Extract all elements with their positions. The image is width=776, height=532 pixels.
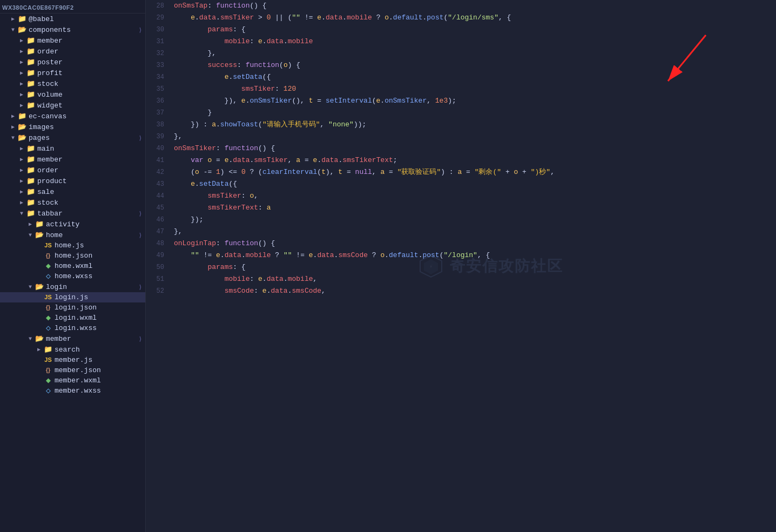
tree-arrow: ▼ bbox=[9, 27, 17, 33]
code-line: mobile: e.data.mobile, bbox=[174, 273, 776, 285]
sidebar-item-home-wxml[interactable]: ◆ home.wxml bbox=[0, 261, 145, 271]
sidebar-item-member-js[interactable]: JS member.js bbox=[0, 355, 145, 365]
file-label: member.js bbox=[55, 356, 92, 364]
sidebar-item-widget[interactable]: ▶ 📁 widget bbox=[0, 100, 145, 111]
sidebar-item-home-wxss[interactable]: ◇ home.wxss bbox=[0, 271, 145, 281]
file-icon: 📁 bbox=[26, 177, 36, 185]
tree-arrow: ▶ bbox=[9, 124, 17, 130]
file-label: order bbox=[37, 48, 58, 56]
file-label: volume bbox=[37, 91, 63, 99]
code-line: params: { bbox=[174, 24, 776, 36]
sidebar-item-product[interactable]: ▶ 📁 product bbox=[0, 176, 145, 186]
tree-arrow: ▼ bbox=[26, 284, 35, 290]
tree-arrow: ▶ bbox=[9, 113, 17, 119]
file-label: search bbox=[55, 346, 80, 354]
sidebar-item-poster[interactable]: ▶ 📁 poster bbox=[0, 57, 145, 68]
file-icon: 📁 bbox=[26, 47, 36, 56]
sidebar-item-login[interactable]: ▼ 📂 login ⟩ bbox=[0, 281, 145, 292]
sidebar-item-main[interactable]: ▶ 📁 main bbox=[0, 143, 145, 154]
sidebar-item-tabbar[interactable]: ▼ 📁 tabbar ⟩ bbox=[0, 208, 145, 219]
sidebar-item-search[interactable]: ▶ 📁 search bbox=[0, 344, 145, 355]
file-icon: 📂 bbox=[35, 334, 44, 343]
sidebar-item-order[interactable]: ▶ 📁 order bbox=[0, 46, 145, 57]
sidebar-item-home[interactable]: ▼ 📂 home ⟩ bbox=[0, 230, 145, 240]
file-icon: ◇ bbox=[43, 272, 53, 280]
sidebar-item-components[interactable]: ▼ 📂 components ⟩ bbox=[0, 24, 145, 35]
file-label: member.json bbox=[55, 366, 101, 374]
line-number: 51 bbox=[146, 273, 164, 285]
sidebar-item-stock2[interactable]: ▶ 📁 stock bbox=[0, 197, 145, 208]
line-number: 31 bbox=[146, 36, 164, 48]
tree-arrow: ▼ bbox=[26, 336, 35, 342]
file-icon: ◆ bbox=[43, 376, 53, 385]
file-label: login bbox=[46, 283, 67, 291]
file-label: login.js bbox=[55, 293, 88, 301]
line-number: 50 bbox=[146, 261, 164, 273]
file-icon: 📂 bbox=[17, 123, 27, 131]
sidebar-item-login-json[interactable]: {} login.json bbox=[0, 302, 145, 313]
file-icon: ◇ bbox=[43, 387, 53, 395]
line-number: 28 bbox=[146, 0, 164, 12]
sidebar-item-member3[interactable]: ▼ 📂 member ⟩ bbox=[0, 333, 145, 344]
file-label: stock bbox=[37, 80, 58, 88]
file-label: @babel bbox=[29, 15, 54, 23]
sidebar-item-babel[interactable]: ▶ 📁 @babel bbox=[0, 14, 145, 24]
line-number: 43 bbox=[146, 178, 164, 190]
file-icon: {} bbox=[43, 304, 53, 312]
collapse-icon: ⟩ bbox=[138, 134, 142, 142]
file-icon: 📁 bbox=[26, 166, 36, 174]
sidebar-item-volume[interactable]: ▶ 📁 volume bbox=[0, 89, 145, 100]
tree-arrow: ▶ bbox=[9, 16, 17, 22]
sidebar-item-login-js[interactable]: JS login.js bbox=[0, 292, 145, 302]
collapse-icon: ⟩ bbox=[138, 26, 142, 33]
tree-arrow: ▼ bbox=[9, 135, 17, 141]
sidebar-item-profit[interactable]: ▶ 📁 profit bbox=[0, 68, 145, 78]
sidebar-item-sale[interactable]: ▶ 📁 sale bbox=[0, 186, 145, 197]
line-number: 29 bbox=[146, 12, 164, 24]
tree-arrow: ▶ bbox=[17, 48, 26, 55]
sidebar-item-pages[interactable]: ▼ 📂 pages ⟩ bbox=[0, 132, 145, 143]
sidebar-item-activity[interactable]: ▶ 📁 activity bbox=[0, 219, 145, 230]
line-number: 32 bbox=[146, 48, 164, 59]
sidebar-item-login-wxml[interactable]: ◆ login.wxml bbox=[0, 313, 145, 323]
code-line: }, bbox=[174, 131, 776, 143]
sidebar-item-home-js[interactable]: JS home.js bbox=[0, 240, 145, 251]
file-icon: 📁 bbox=[26, 79, 36, 88]
sidebar-item-login-wxss[interactable]: ◇ login.wxss bbox=[0, 323, 145, 333]
sidebar-item-order2[interactable]: ▶ 📁 order bbox=[0, 165, 145, 176]
sidebar-item-member-wxss[interactable]: ◇ member.wxss bbox=[0, 386, 145, 396]
sidebar-item-home-json[interactable]: {} home.json bbox=[0, 251, 145, 261]
file-icon: ◆ bbox=[43, 262, 53, 270]
code-line: smsTiker: 120 bbox=[174, 83, 776, 95]
code-line: (o -= 1) <= 0 ? (clearInterval(t), t = n… bbox=[174, 166, 776, 178]
tree-arrow: ▼ bbox=[26, 232, 35, 238]
line-number: 42 bbox=[146, 166, 164, 178]
file-label: login.wxss bbox=[55, 324, 97, 332]
line-number: 41 bbox=[146, 154, 164, 166]
file-icon: 📂 bbox=[35, 231, 44, 239]
collapse-icon: ⟩ bbox=[138, 335, 142, 342]
code-line: smsTiker: o, bbox=[174, 190, 776, 202]
collapse-icon: ⟩ bbox=[138, 210, 142, 217]
sidebar-item-images[interactable]: ▶ 📂 images bbox=[0, 122, 145, 132]
tree-arrow: ▼ bbox=[17, 211, 26, 217]
file-label: widget bbox=[37, 102, 63, 110]
code-content[interactable]: onSmsTap: function() { e.data.smsTiker >… bbox=[168, 0, 776, 532]
sidebar-item-ec-canvas[interactable]: ▶ 📁 ec-canvas bbox=[0, 111, 145, 122]
line-number: 45 bbox=[146, 202, 164, 214]
tree-arrow: ▶ bbox=[17, 37, 26, 44]
sidebar-item-member2[interactable]: ▶ 📁 member bbox=[0, 154, 145, 165]
sidebar-item-member[interactable]: ▶ 📁 member bbox=[0, 35, 145, 46]
file-label: login.wxml bbox=[55, 314, 97, 322]
sidebar-item-member-json[interactable]: {} member.json bbox=[0, 365, 145, 375]
tree-arrow: ▶ bbox=[17, 178, 26, 184]
file-icon: 📁 bbox=[26, 36, 36, 45]
line-number: 49 bbox=[146, 250, 164, 261]
file-icon: 📂 bbox=[17, 133, 27, 142]
sidebar-item-member-wxml[interactable]: ◆ member.wxml bbox=[0, 375, 145, 386]
code-line: } bbox=[174, 107, 776, 119]
file-label: profit bbox=[37, 69, 63, 77]
sidebar-item-stock[interactable]: ▶ 📁 stock bbox=[0, 78, 145, 89]
file-label: member bbox=[46, 335, 71, 343]
tree-arrow: ▶ bbox=[26, 221, 35, 227]
